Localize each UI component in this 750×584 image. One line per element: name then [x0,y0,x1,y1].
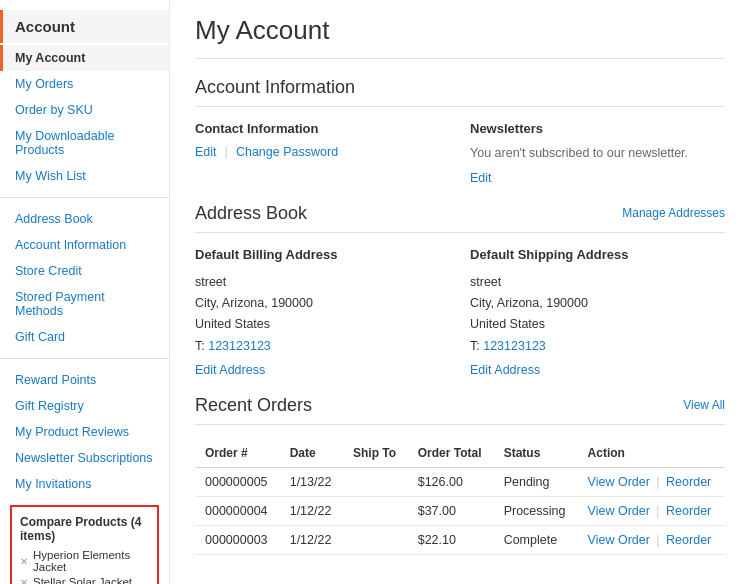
order-3-action: View Order | Reorder [578,525,725,554]
compare-item-2: ✕ Stellar Solar Jacket [20,576,149,584]
sidebar-item-order-by-sku[interactable]: Order by SKU [0,97,169,123]
billing-street: street [195,272,450,293]
sidebar-item-my-account[interactable]: My Account [0,45,169,71]
billing-address-col: Default Billing Address street City, Ari… [195,247,450,377]
order-1-ship-to [343,467,408,496]
col-ship-to: Ship To [343,439,408,468]
page-title: My Account [195,15,725,59]
newsletters-title: Newsletters [470,121,725,136]
billing-address-title: Default Billing Address [195,247,450,262]
sidebar: Account My Account My Orders Order by SK… [0,0,170,584]
edit-contact-link[interactable]: Edit [195,145,217,159]
col-total: Order Total [408,439,494,468]
sidebar-item-invitations[interactable]: My Invitations [0,471,169,497]
action-sep-3: | [656,533,659,547]
newsletters-actions: Edit [470,171,725,185]
sidebar-item-wish-list[interactable]: My Wish List [0,163,169,189]
actions-divider: | [225,144,228,159]
order-2-reorder-link[interactable]: Reorder [666,504,711,518]
newsletters-col: Newsletters You aren't subscribed to our… [470,121,725,185]
shipping-edit-link[interactable]: Edit Address [470,363,725,377]
shipping-country: United States [470,314,725,335]
shipping-street: street [470,272,725,293]
col-date: Date [280,439,343,468]
shipping-address-title: Default Shipping Address [470,247,725,262]
manage-addresses-link[interactable]: Manage Addresses [622,206,725,220]
recent-orders-title: Recent Orders [195,395,312,416]
order-1-date: 1/13/22 [280,467,343,496]
col-action: Action [578,439,725,468]
action-sep-2: | [656,504,659,518]
billing-city: City, Arizona, 190000 [195,293,450,314]
sidebar-item-downloadable[interactable]: My Downloadable Products [0,123,169,163]
shipping-phone-link[interactable]: 123123123 [483,339,546,353]
order-1-total: $126.00 [408,467,494,496]
billing-edit-link[interactable]: Edit Address [195,363,450,377]
orders-table: Order # Date Ship To Order Total Status … [195,439,725,555]
sidebar-item-address-book[interactable]: Address Book [0,206,169,232]
sidebar-item-stored-payment[interactable]: Stored Payment Methods [0,284,169,324]
sidebar-group-3: Reward Points Gift Registry My Product R… [0,367,169,497]
address-grid: Default Billing Address street City, Ari… [195,247,725,377]
order-1-status: Pending [494,467,578,496]
sidebar-item-account-info[interactable]: Account Information [0,232,169,258]
billing-address-text: street City, Arizona, 190000 United Stat… [195,272,450,357]
account-info-grid: Contact Information Edit | Change Passwo… [195,121,725,185]
address-book-header: Address Book Manage Addresses [195,203,725,233]
order-2-num: 000000004 [195,496,280,525]
sidebar-group-2: Address Book Account Information Store C… [0,206,169,350]
address-book-section: Address Book Manage Addresses Default Bi… [195,203,725,377]
account-information-section: Account Information Contact Information … [195,77,725,185]
order-2-date: 1/12/22 [280,496,343,525]
orders-view-all-link[interactable]: View All [683,398,725,412]
order-1-action: View Order | Reorder [578,467,725,496]
contact-actions: Edit | Change Password [195,144,450,159]
sidebar-item-newsletter-subs[interactable]: Newsletter Subscriptions [0,445,169,471]
compare-item-1: ✕ Hyperion Elements Jacket [20,549,149,573]
remove-icon-2[interactable]: ✕ [20,577,28,585]
sidebar-item-gift-registry[interactable]: Gift Registry [0,393,169,419]
main-content: My Account Account Information Contact I… [170,0,750,584]
action-sep-1: | [656,475,659,489]
shipping-city: City, Arizona, 190000 [470,293,725,314]
sidebar-item-my-orders[interactable]: My Orders [0,71,169,97]
sidebar-divider-2 [0,358,169,359]
shipping-address-col: Default Shipping Address street City, Ar… [470,247,725,377]
col-status: Status [494,439,578,468]
order-2-status: Processing [494,496,578,525]
order-2-total: $37.00 [408,496,494,525]
compare-products-box: Compare Products (4 items) ✕ Hyperion El… [10,505,159,584]
sidebar-item-reward-points[interactable]: Reward Points [0,367,169,393]
remove-icon-1[interactable]: ✕ [20,556,28,567]
sidebar-title: Account [0,10,169,43]
order-2-view-link[interactable]: View Order [588,504,650,518]
contact-info-title: Contact Information [195,121,450,136]
order-3-date: 1/12/22 [280,525,343,554]
sidebar-item-gift-card[interactable]: Gift Card [0,324,169,350]
sidebar-item-product-reviews[interactable]: My Product Reviews [0,419,169,445]
account-information-title: Account Information [195,77,725,107]
address-book-title: Address Book [195,203,307,224]
orders-table-header-row: Order # Date Ship To Order Total Status … [195,439,725,468]
order-row-1: 000000005 1/13/22 $126.00 Pending View O… [195,467,725,496]
order-1-reorder-link[interactable]: Reorder [666,475,711,489]
col-order-num: Order # [195,439,280,468]
sidebar-item-store-credit[interactable]: Store Credit [0,258,169,284]
billing-phone-link[interactable]: 123123123 [208,339,271,353]
order-row-3: 000000003 1/12/22 $22.10 Complete View O… [195,525,725,554]
order-1-view-link[interactable]: View Order [588,475,650,489]
order-3-view-link[interactable]: View Order [588,533,650,547]
order-row-2: 000000004 1/12/22 $37.00 Processing View… [195,496,725,525]
sidebar-divider-1 [0,197,169,198]
shipping-phone: T: 123123123 [470,336,725,357]
change-password-link[interactable]: Change Password [236,145,338,159]
order-3-total: $22.10 [408,525,494,554]
sidebar-group-1: My Account My Orders Order by SKU My Dow… [0,45,169,189]
recent-orders-section: Recent Orders View All Order # Date Ship… [195,395,725,555]
compare-title: Compare Products (4 items) [20,515,149,543]
orders-table-body: 000000005 1/13/22 $126.00 Pending View O… [195,467,725,554]
order-3-reorder-link[interactable]: Reorder [666,533,711,547]
billing-phone: T: 123123123 [195,336,450,357]
edit-newsletters-link[interactable]: Edit [470,171,492,185]
recent-orders-header: Recent Orders View All [195,395,725,425]
